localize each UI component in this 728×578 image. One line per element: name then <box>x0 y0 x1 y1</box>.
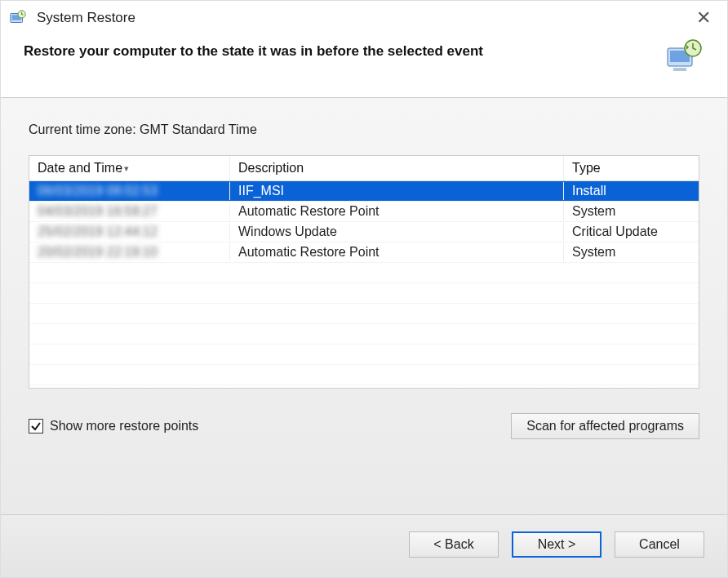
checkbox-box <box>29 419 43 434</box>
cell-description: Windows Update <box>230 223 564 241</box>
empty-row <box>29 304 699 324</box>
titlebar: System Restore ✕ <box>1 1 727 33</box>
cell-date: 06/03/2019 08:02:53 <box>38 184 158 198</box>
cell-type: Critical Update <box>564 223 699 241</box>
cell-type: System <box>564 202 699 220</box>
table-row[interactable]: 06/03/2019 08:02:53 IIF_MSI Install <box>29 181 699 202</box>
scan-affected-button[interactable]: Scan for affected programs <box>511 413 699 439</box>
restore-points-table: Date and Time ▾ Description Type 06/03/2… <box>29 155 699 389</box>
next-button[interactable]: Next > <box>512 531 601 558</box>
column-type[interactable]: Type <box>564 156 699 180</box>
below-table-row: Show more restore points Scan for affect… <box>29 413 699 439</box>
column-description[interactable]: Description <box>230 156 564 180</box>
empty-row <box>29 385 699 389</box>
column-date[interactable]: Date and Time ▾ <box>29 156 230 180</box>
cell-description: IIF_MSI <box>230 182 564 200</box>
cell-date: 25/02/2019 12:44:12 <box>38 225 158 238</box>
system-restore-icon <box>9 9 27 27</box>
cancel-button[interactable]: Cancel <box>615 531 704 558</box>
empty-row <box>29 365 699 385</box>
cell-description: Automatic Restore Point <box>230 202 564 220</box>
column-description-label: Description <box>238 161 304 176</box>
show-more-label: Show more restore points <box>50 419 198 434</box>
cell-type: System <box>564 243 699 261</box>
show-more-checkbox[interactable]: Show more restore points <box>29 419 198 434</box>
empty-row <box>29 345 699 365</box>
empty-row <box>29 263 699 283</box>
table-row[interactable]: 20/02/2019 22:19:10 Automatic Restore Po… <box>29 242 699 263</box>
content-area: Current time zone: GMT Standard Time Dat… <box>1 98 727 514</box>
column-type-label: Type <box>572 161 601 176</box>
header-section: Restore your computer to the state it wa… <box>1 33 727 97</box>
back-button[interactable]: < Back <box>409 531 499 558</box>
svg-rect-5 <box>673 68 686 71</box>
timezone-label: Current time zone: GMT Standard Time <box>29 122 699 137</box>
window-title: System Restore <box>37 10 685 26</box>
table-header: Date and Time ▾ Description Type <box>29 156 699 181</box>
empty-row <box>29 283 699 304</box>
footer: < Back Next > Cancel <box>1 514 727 577</box>
check-icon <box>30 420 42 432</box>
sort-desc-icon: ▾ <box>124 163 129 174</box>
system-restore-window: System Restore ✕ Restore your computer t… <box>0 0 728 578</box>
page-heading: Restore your computer to the state it wa… <box>24 38 665 60</box>
table-row[interactable]: 25/02/2019 12:44:12 Windows Update Criti… <box>29 222 699 242</box>
cell-date: 04/03/2019 16:59:27 <box>38 204 158 218</box>
cell-type: Install <box>564 182 699 200</box>
table-row[interactable]: 04/03/2019 16:59:27 Automatic Restore Po… <box>29 202 699 222</box>
cell-description: Automatic Restore Point <box>230 243 564 261</box>
column-date-label: Date and Time <box>38 161 122 176</box>
close-icon[interactable]: ✕ <box>691 7 716 29</box>
empty-row <box>29 324 699 345</box>
cell-date: 20/02/2019 22:19:10 <box>38 245 158 259</box>
restore-header-icon <box>665 38 704 74</box>
